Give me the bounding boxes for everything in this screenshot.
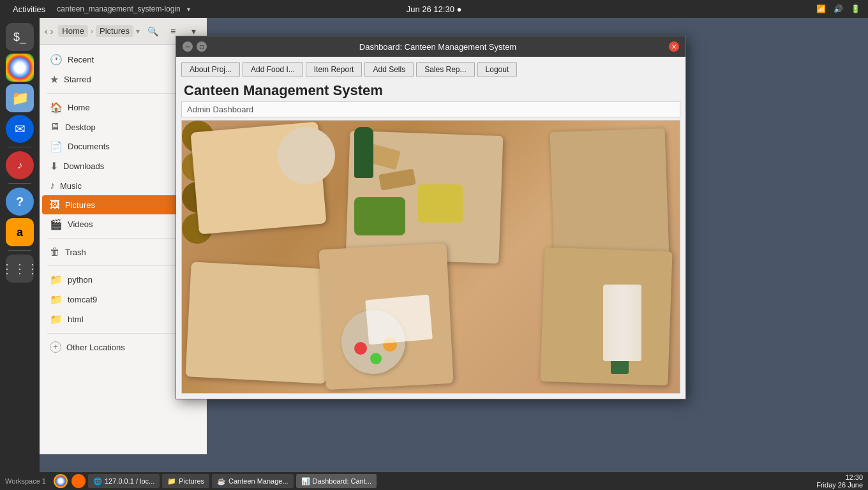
dock-terminal-icon[interactable]: $_	[6, 23, 34, 51]
taskbar-time: 12:30	[845, 473, 863, 481]
taskbar-item-dashboard[interactable]: 📊 Dashboard: Cant...	[296, 474, 377, 488]
add-location-button[interactable]: +	[50, 341, 61, 353]
taskbar-pictures-label: Pictures	[179, 477, 204, 485]
taskbar-item-canteen[interactable]: ☕ Canteen Manage...	[212, 474, 294, 488]
dock-thunderbird-icon[interactable]: ✉	[6, 115, 34, 143]
about-project-button[interactable]: About Proj...	[181, 62, 240, 77]
app-indicator: canteen_management_system-login	[57, 4, 180, 13]
sidebar-label-other-locations: Other Locations	[66, 343, 125, 352]
topbar-right: 📶 🔊 🔋	[816, 4, 860, 13]
dock-separator-3	[8, 250, 31, 251]
workspace-label: Workspace 1	[5, 477, 46, 485]
wifi-icon: 📶	[816, 4, 826, 13]
admin-dashboard-label: Admin Dashboard	[181, 101, 680, 117]
dock-apps-icon[interactable]: ⋮⋮⋮	[6, 255, 34, 283]
logout-button[interactable]: Logout	[477, 62, 518, 77]
dock-chrome-icon[interactable]	[6, 54, 34, 82]
tomcat9-folder-icon: 📁	[50, 293, 63, 306]
taskbar-chrome-label: 127.0.0.1 / loc...	[105, 477, 154, 485]
sidebar-label-python: python	[68, 275, 93, 285]
activities-button[interactable]: Activities	[8, 4, 50, 14]
downloads-icon: ⬇	[50, 160, 58, 172]
window-title: Dashboard: Canteen Management System	[212, 42, 664, 52]
back-button[interactable]: ‹	[45, 23, 48, 40]
food-document-overlay	[365, 295, 433, 345]
recent-icon: 🕐	[50, 54, 63, 66]
path-separator-icon: ›	[91, 27, 93, 36]
chrome-icon: 🌐	[93, 477, 102, 486]
desktop: $_ 📁 ✉ ♪ ? a ⋮⋮⋮ ‹ › Home	[0, 18, 868, 472]
html-folder-icon: 📁	[50, 313, 63, 325]
forward-button[interactable]: ›	[50, 23, 54, 40]
window-titlebar: ─ □ Dashboard: Canteen Management System…	[176, 36, 685, 57]
taskbar-clock: 12:30 Friday 26 June	[816, 473, 863, 489]
food-tray-4	[185, 262, 331, 383]
home-path-item[interactable]: Home	[58, 25, 88, 37]
dock-rhythmbox-icon[interactable]: ♪	[6, 151, 34, 179]
dashboard-icon: 📊	[301, 477, 310, 486]
dropdown-arrow-icon: ▾	[187, 6, 190, 13]
pictures-icon: 🖼	[50, 199, 60, 211]
sidebar-label-recent: Recent	[68, 55, 94, 64]
app-header: Canteen Management System	[181, 82, 680, 99]
taskbar-canteen-label: Canteen Manage...	[228, 477, 288, 485]
food-sticks	[603, 285, 641, 361]
videos-icon: 🎬	[50, 218, 63, 230]
volume-icon: 🔊	[834, 4, 843, 13]
window-menubar: About Proj... Add Food I... Item Report …	[181, 62, 680, 77]
topbar: Activities canteen_management_system-log…	[0, 0, 868, 18]
dock-help-icon[interactable]: ?	[6, 188, 34, 216]
dock-separator-2	[8, 183, 31, 184]
canteen-icon: ☕	[217, 477, 226, 486]
add-sells-button[interactable]: Add Sells	[364, 62, 414, 77]
starred-icon: ★	[50, 73, 59, 85]
taskbar-firefox-icon2	[71, 474, 86, 488]
topbar-left: Activities canteen_management_system-log…	[8, 4, 190, 14]
food-tray-3	[550, 128, 670, 260]
food-yellow-box	[418, 184, 463, 223]
food-image	[182, 121, 680, 393]
dock-files-icon[interactable]: 📁	[6, 84, 34, 112]
taskbar-apps	[54, 474, 86, 488]
window-controls: ─ □	[183, 41, 207, 52]
close-button[interactable]: ✕	[669, 41, 679, 52]
python-folder-icon: 📁	[50, 274, 63, 286]
sales-report-button[interactable]: Sales Rep...	[416, 62, 474, 77]
food-image-container	[181, 120, 680, 394]
maximize-button[interactable]: □	[197, 41, 207, 52]
sidebar-label-html: html	[68, 315, 84, 324]
home-icon: 🏠	[50, 101, 63, 114]
dock-amazon-icon[interactable]: a	[6, 218, 34, 246]
dock-separator-1	[8, 147, 31, 147]
sidebar-label-trash: Trash	[65, 248, 86, 257]
add-food-button[interactable]: Add Food I...	[243, 62, 303, 77]
documents-icon: 📄	[50, 140, 63, 152]
food-fruit-green	[370, 353, 382, 364]
food-green-veg	[354, 197, 405, 235]
battery-icon: 🔋	[851, 4, 860, 13]
taskbar-item-chrome[interactable]: 🌐 127.0.0.1 / loc...	[88, 474, 160, 488]
sidebar-label-downloads: Downloads	[63, 161, 104, 171]
food-fruit-red	[354, 342, 367, 355]
sidebar-label-videos: Videos	[68, 219, 93, 229]
app-window: ─ □ Dashboard: Canteen Management System…	[176, 36, 686, 399]
sidebar-label-home: Home	[68, 103, 90, 112]
sidebar-label-pictures: Pictures	[65, 200, 95, 210]
minimize-button[interactable]: ─	[183, 41, 193, 52]
taskbar-dashboard-label: Dashboard: Cant...	[313, 477, 371, 485]
sidebar-label-desktop: Desktop	[65, 122, 96, 132]
item-report-button[interactable]: Item Report	[306, 62, 363, 77]
sidebar-label-tomcat9: tomcat9	[68, 295, 97, 304]
folder-icon: 📁	[167, 477, 176, 486]
sidebar-label-starred: Starred	[64, 75, 91, 84]
pictures-path-item[interactable]: Pictures	[96, 25, 133, 37]
food-bottle-1	[354, 127, 373, 178]
breadcrumb: Home › Pictures ▾	[58, 25, 141, 37]
sidebar-label-documents: Documents	[68, 142, 110, 151]
sidebar-label-music: Music	[60, 181, 82, 191]
taskbar: Workspace 1 🌐 127.0.0.1 / loc... 📁 Pictu…	[0, 472, 868, 490]
taskbar-item-pictures[interactable]: 📁 Pictures	[162, 474, 209, 488]
search-button[interactable]: 🔍	[144, 22, 161, 40]
taskbar-date: Friday 26 June	[816, 481, 863, 489]
trash-icon: 🗑	[50, 246, 60, 258]
